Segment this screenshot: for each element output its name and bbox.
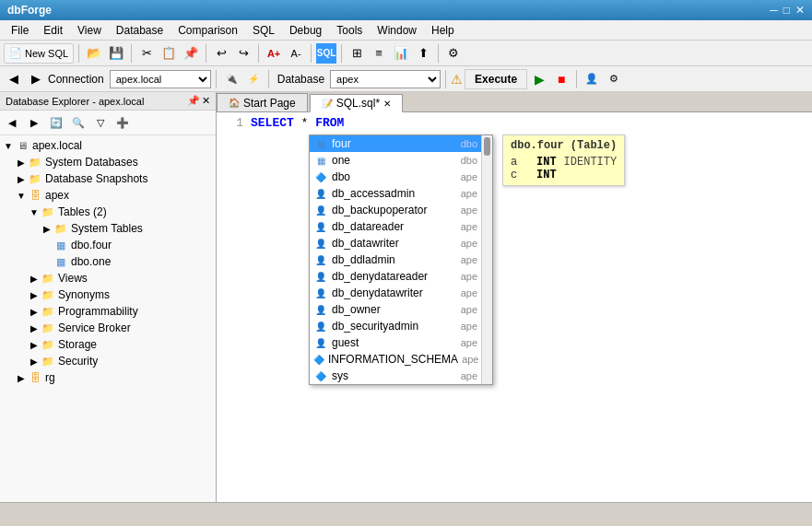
save-icon[interactable]: 💾 (106, 43, 126, 64)
de-refresh-icon[interactable]: 🔄 (46, 112, 66, 133)
autocomplete-item-db-accessadmin[interactable]: 👤 db_accessadmin ape (310, 185, 481, 202)
de-add-icon[interactable]: ➕ (112, 112, 133, 133)
tree-item-system-tables[interactable]: ▶ 📁 System Tables (41, 220, 214, 237)
stop-icon[interactable]: ■ (551, 69, 571, 89)
tab-close-sql[interactable]: ✕ (383, 99, 391, 109)
tab-start-page[interactable]: 🏠 Start Page (217, 93, 308, 111)
autocomplete-item-guest[interactable]: 👤 guest ape (310, 334, 481, 351)
chart-icon[interactable]: 📊 (391, 43, 411, 64)
ac-schema: ape (461, 221, 477, 232)
autocomplete-item-db-denydatareader[interactable]: 👤 db_denydatareader ape (310, 268, 481, 285)
autocomplete-item-db-denydatawriter[interactable]: 👤 db_denydatawriter ape (310, 285, 481, 301)
cut-icon[interactable]: ✂ (136, 43, 157, 64)
export-icon[interactable]: ⬆ (413, 43, 433, 64)
tree-label: apex (45, 189, 69, 202)
paste-icon[interactable]: 📌 (181, 43, 201, 64)
autocomplete-item-db-datareader[interactable]: 👤 db_datareader ape (310, 218, 481, 235)
tree-item-dbo-one[interactable]: ▦ dbo.one (41, 253, 214, 270)
de-close-icon[interactable]: ✕ (202, 95, 210, 107)
autocomplete-item-dbo[interactable]: 🔷 dbo ape (310, 169, 481, 185)
autocomplete-item-sys[interactable]: 🔷 sys ape (310, 368, 481, 384)
tab-icon-sql: 📝 (322, 99, 333, 109)
menu-window[interactable]: Window (370, 20, 424, 40)
menu-comparison[interactable]: Comparison (171, 20, 245, 40)
de-fwd-icon[interactable]: ▶ (24, 112, 44, 133)
list-icon[interactable]: ≡ (369, 43, 389, 64)
ac-name: db_datawriter (332, 237, 457, 250)
tree-arrow: ▶ (41, 224, 53, 234)
menu-view[interactable]: View (70, 20, 109, 40)
title-minimize[interactable]: ─ (770, 4, 778, 17)
back-nav-icon[interactable]: ◀ (4, 69, 24, 89)
de-search-icon[interactable]: 🔍 (68, 112, 88, 133)
format2-icon[interactable]: A- (286, 43, 306, 64)
tree-item-security[interactable]: ▶ 📁 Security (28, 353, 214, 369)
tab-sql[interactable]: 📝 SQL.sql* ✕ (310, 94, 403, 112)
open-icon[interactable]: 📂 (84, 43, 104, 64)
title-maximize[interactable]: □ (783, 4, 790, 17)
ac-schema: ape (461, 238, 477, 249)
autocomplete-item-one[interactable]: ▦ one dbo (310, 152, 481, 169)
fwd-nav-icon[interactable]: ▶ (26, 69, 46, 89)
tree-label: Service Broker (58, 321, 131, 334)
menu-help[interactable]: Help (424, 20, 462, 40)
ac-schema: ape (461, 337, 477, 348)
autocomplete-item-db-datawriter[interactable]: 👤 db_datawriter ape (310, 235, 481, 251)
database-select[interactable]: apex (330, 70, 441, 88)
autocomplete-item-information-schema[interactable]: 🔷 INFORMATION_SCHEMA ape (310, 351, 481, 368)
execute-button[interactable]: Execute (465, 69, 527, 89)
run-icon[interactable]: ▶ (529, 69, 549, 89)
undo-icon[interactable]: ↩ (211, 43, 231, 64)
profile-icon[interactable]: 👤 (582, 69, 602, 89)
tree-arrow: ▼ (2, 141, 15, 151)
tree-arrow: ▼ (15, 191, 28, 201)
menu-sql[interactable]: SQL (245, 20, 282, 40)
autocomplete-item-db-owner[interactable]: 👤 db_owner ape (310, 301, 481, 318)
redo-icon[interactable]: ↪ (233, 43, 253, 64)
tree-item-system-db[interactable]: ▶ 📁 System Databases (15, 154, 214, 170)
tree-item-apex-local[interactable]: ▼ 🖥 apex.local (2, 137, 214, 154)
de-filter-icon[interactable]: ▽ (90, 112, 111, 133)
settings2-icon[interactable]: ⚙ (604, 69, 624, 89)
tree-item-storage[interactable]: ▶ 📁 Storage (28, 336, 214, 353)
de-pin-icon[interactable]: 📌 (187, 95, 200, 107)
toolbar-sep-3 (206, 44, 206, 63)
menu-file[interactable]: File (4, 20, 36, 40)
de-back-icon[interactable]: ◀ (2, 112, 22, 133)
tree-item-dbo-four[interactable]: ▦ dbo.four (41, 237, 214, 253)
table-icon: ▦ (313, 136, 328, 151)
menu-edit[interactable]: Edit (36, 20, 70, 40)
autocomplete-dropdown[interactable]: ▦ four dbo ▦ one dbo 🔷 dbo ape (309, 134, 493, 385)
tree-item-service-broker[interactable]: ▶ 📁 Service Broker (28, 320, 214, 336)
tree-item-tables[interactable]: ▼ 📁 Tables (2) (28, 204, 214, 220)
disconnect-icon[interactable]: ⚡ (243, 69, 264, 89)
autocomplete-item-db-backupoperator[interactable]: 👤 db_backupoperator ape (310, 202, 481, 218)
tree-item-views[interactable]: ▶ 📁 Views (28, 270, 214, 286)
autocomplete-item-db-ddladmin[interactable]: 👤 db_ddladmin ape (310, 251, 481, 268)
tree-arrow: ▶ (28, 290, 41, 300)
tree-item-synonyms[interactable]: ▶ 📁 Synonyms (28, 286, 214, 303)
menu-tools[interactable]: Tools (329, 20, 370, 40)
connection-select[interactable]: apex.local (110, 70, 211, 88)
toolbar-2: ◀ ▶ Connection apex.local 🔌 ⚡ Database a… (0, 66, 812, 92)
menu-database[interactable]: Database (109, 20, 171, 40)
tree-item-programmability[interactable]: ▶ 📁 Programmability (28, 303, 214, 320)
autocomplete-item-four[interactable]: ▦ four dbo (310, 135, 481, 152)
tree-item-db-snapshots[interactable]: ▶ 📁 Database Snapshots (15, 170, 214, 187)
settings-icon[interactable]: ⚙ (443, 43, 464, 64)
tree-item-apex-db[interactable]: ▼ 🗄 apex (15, 187, 214, 204)
sql-editor[interactable]: 1 SELECT * FROM ▦ four dbo ▦ (217, 112, 812, 502)
new-sql-button[interactable]: 📄 New SQL (4, 43, 74, 64)
connect-icon[interactable]: 🔌 (221, 69, 241, 89)
copy-icon[interactable]: 📋 (159, 43, 179, 64)
sql-mode-btn[interactable]: SQL (316, 43, 336, 64)
format-icon[interactable]: A+ (264, 43, 284, 64)
autocomplete-item-db-securityadmin[interactable]: 👤 db_securityadmin ape (310, 318, 481, 334)
autocomplete-scrollbar[interactable] (481, 135, 492, 384)
tree-label: Programmability (58, 305, 138, 318)
schema-icon: 🔷 (313, 352, 324, 367)
menu-debug[interactable]: Debug (282, 20, 329, 40)
grid-icon[interactable]: ⊞ (347, 43, 367, 64)
title-close[interactable]: ✕ (795, 4, 805, 17)
tree-item-rg[interactable]: ▶ 🗄 rg (15, 369, 214, 386)
